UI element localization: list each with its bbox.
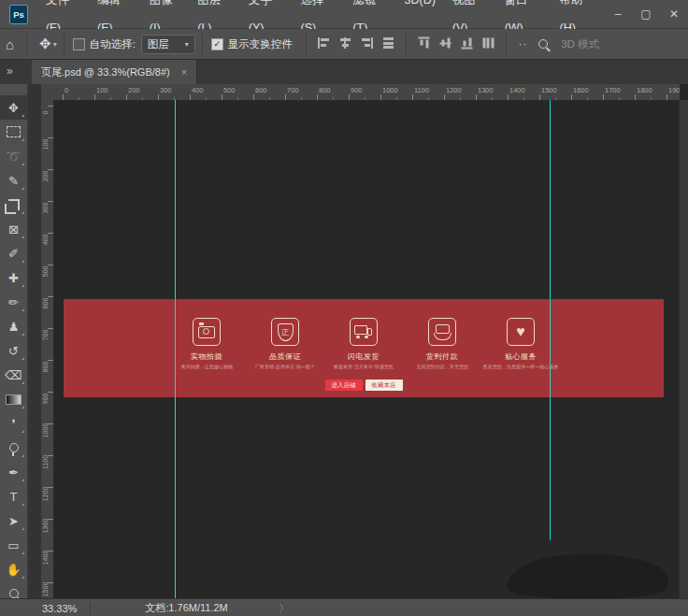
- tool-clone-stamp[interactable]: ♟: [0, 314, 27, 338]
- panel-collapse-icon[interactable]: »: [7, 64, 13, 78]
- minimize-button[interactable]: –: [604, 2, 632, 26]
- document-tab-strip: » 页尾.psd @ 33.3%(RGB/8#) ×: [0, 60, 688, 84]
- history-brush-icon: ↺: [8, 344, 19, 358]
- align-horizontal-centers-icon[interactable]: [339, 37, 351, 49]
- guide-vertical[interactable]: [550, 100, 551, 540]
- auto-select-checkbox[interactable]: [73, 38, 85, 50]
- zoom-level-field[interactable]: 33.33%: [42, 603, 77, 614]
- tool-pen[interactable]: ✒: [0, 460, 27, 484]
- title-bar: Ps 文件(F)编辑(E)图像(I)图层(L)文字(Y)选择(S)滤镜(T)3D…: [0, 0, 688, 29]
- tool-rectangle[interactable]: ▭: [0, 533, 27, 557]
- document-tab[interactable]: 页尾.psd @ 33.3%(RGB/8#) ×: [32, 60, 197, 84]
- eyedropper-icon: ✐: [8, 247, 19, 261]
- ruler-label: 100: [42, 136, 49, 154]
- maximize-button[interactable]: ▢: [632, 2, 660, 26]
- ruler-label: 200: [42, 167, 49, 186]
- distribute-icons-group: [413, 37, 499, 50]
- distribute-vertical-icon[interactable]: [482, 37, 494, 50]
- ruler-label: 1400: [42, 549, 49, 567]
- align-top-edges-icon[interactable]: [418, 37, 429, 50]
- ruler-label: 900: [351, 86, 363, 94]
- toolbox: ✥➰✎⊠✐✚✏♟↺⌫❜✒T➤▭✋: [0, 84, 28, 598]
- ruler-label: 400: [192, 86, 204, 94]
- camera-icon: [198, 326, 215, 338]
- path-selection-icon: ➤: [8, 514, 19, 528]
- tool-crop[interactable]: [0, 193, 27, 217]
- banner-item-subtitle: 极速发货·当天发出·快递无忧: [334, 364, 394, 369]
- tool-hand[interactable]: ✋: [0, 557, 27, 581]
- status-bar: 33.33% 文档:1.76M/11.2M 〉: [0, 598, 688, 616]
- ruler-label: 700: [287, 86, 299, 94]
- horizontal-ruler[interactable]: 0100200300400500600700800900100011001200…: [53, 84, 680, 101]
- auto-select-label: 自动选择:: [90, 37, 136, 51]
- tool-eraser[interactable]: ⌫: [0, 363, 27, 387]
- home-icon[interactable]: ⌂: [0, 36, 20, 52]
- tool-blur[interactable]: ❜: [0, 411, 27, 436]
- ruler-label: 1500: [42, 580, 49, 599]
- shield-icon: 正: [278, 323, 294, 341]
- banner-item: 闪电发货极速发货·当天发出·快递无忧: [324, 318, 403, 370]
- show-transform-checkbox[interactable]: ✓: [211, 38, 223, 50]
- close-button[interactable]: ✕: [660, 2, 688, 26]
- tab-close-icon[interactable]: ×: [181, 66, 187, 78]
- hand-icon: ✋: [6, 563, 21, 577]
- banner-item: 正品质保证厂家直销·品质保证·假一赔十: [246, 318, 324, 370]
- tool-quick-selection[interactable]: ✎: [0, 168, 27, 193]
- vertical-ruler[interactable]: 0100200300400500600700800900100011001200…: [41, 100, 54, 598]
- tool-frame[interactable]: ⊠: [0, 217, 27, 241]
- ruler-label: 800: [42, 358, 49, 377]
- separator: [64, 34, 64, 54]
- hand-money-icon-box: [428, 318, 456, 346]
- banner-item-title: 货到付款: [426, 351, 458, 362]
- tool-dodge[interactable]: [0, 436, 27, 460]
- tool-path-selection[interactable]: ➤: [0, 509, 27, 533]
- document-tab-title: 页尾.psd @ 33.3%(RGB/8#): [41, 65, 170, 79]
- crop-icon: [8, 199, 20, 210]
- chevron-down-icon: ▾: [185, 40, 189, 49]
- ruler-label: 600: [42, 294, 49, 313]
- ruler-label: 400: [42, 231, 49, 250]
- canvas-area[interactable]: 实物拍摄真实拍摄，让您放心购物正品质保证厂家直销·品质保证·假一赔十闪电发货极速…: [53, 100, 688, 598]
- distribute-horizontal-icon[interactable]: [382, 37, 394, 49]
- tool-lasso[interactable]: ➰: [0, 144, 27, 168]
- camera-icon-box: [193, 318, 221, 346]
- zoom-icon: [9, 589, 19, 598]
- tool-brush[interactable]: ✏: [0, 290, 27, 314]
- banner-item-subtitle: 售后无忧，为您提供一对一贴心服务: [483, 364, 559, 369]
- frame-icon: ⊠: [8, 222, 19, 236]
- search-icon[interactable]: [538, 39, 548, 49]
- show-transform-label: 显示变换控件: [228, 37, 293, 51]
- align-bottom-edges-icon[interactable]: [461, 37, 472, 50]
- tool-type[interactable]: T: [0, 484, 27, 509]
- move-tool-icon[interactable]: ✥: [34, 36, 51, 52]
- 3d-mode-label[interactable]: 3D 模式: [561, 37, 599, 51]
- dodge-icon: [9, 443, 19, 452]
- more-options-icon[interactable]: ··: [513, 38, 533, 50]
- ruler-label: 1800: [637, 86, 652, 94]
- guide-vertical[interactable]: [175, 100, 176, 598]
- blur-icon: ❜: [11, 417, 15, 431]
- tool-history-brush[interactable]: ↺: [0, 338, 27, 363]
- tool-eyedropper[interactable]: ✐: [0, 241, 27, 265]
- chevron-down-icon[interactable]: ▾: [53, 40, 57, 49]
- vertical-scrollbar[interactable]: [679, 100, 688, 598]
- align-left-edges-icon[interactable]: [318, 37, 330, 49]
- status-options-chevron-icon[interactable]: 〉: [280, 602, 289, 615]
- ruler-label: 800: [319, 86, 331, 94]
- clone-stamp-icon: ♟: [8, 320, 20, 334]
- banner-item-subtitle: 真实拍摄，让您放心购物: [180, 364, 233, 369]
- tool-spot-healing-brush[interactable]: ✚: [0, 265, 27, 290]
- align-vertical-centers-icon[interactable]: [439, 37, 451, 50]
- separator: [306, 34, 307, 54]
- ruler-label: 1400: [509, 86, 525, 94]
- tool-rectangular-marquee[interactable]: [0, 120, 27, 144]
- hand-money-icon: [436, 324, 450, 334]
- ruler-label: 1000: [42, 422, 49, 440]
- truck-icon: [354, 325, 367, 335]
- auto-select-target-dropdown[interactable]: 图层 ▾: [141, 35, 195, 54]
- heart-icon-box: ♥: [507, 318, 535, 346]
- tool-move[interactable]: ✥: [0, 95, 27, 120]
- tool-gradient[interactable]: [0, 387, 27, 411]
- banner-item-subtitle: 支持货到付款，安全无忧: [416, 364, 468, 369]
- align-right-edges-icon[interactable]: [361, 37, 373, 49]
